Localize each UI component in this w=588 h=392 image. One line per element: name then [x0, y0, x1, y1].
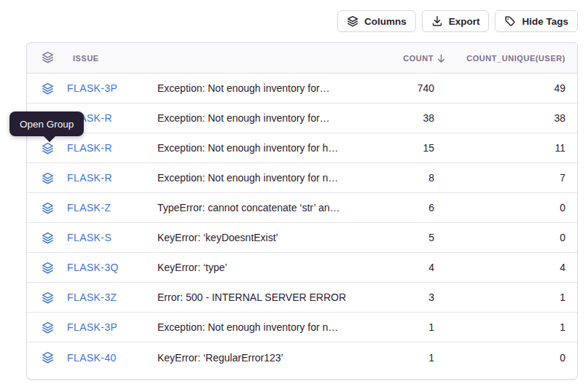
export-button-label: Export	[449, 16, 480, 27]
results-table: ISSUE COUNT COUNT_UNIQUE(USER) FLASK-3P …	[26, 42, 578, 380]
download-icon	[431, 15, 443, 27]
open-group-icon[interactable]	[42, 172, 54, 184]
hide-tags-button[interactable]: Hide Tags	[495, 10, 578, 32]
issue-title: Exception: Not enough inventory for n…	[157, 321, 358, 333]
column-header-count-unique[interactable]: COUNT_UNIQUE(USER)	[445, 54, 577, 63]
hide-tags-button-label: Hide Tags	[522, 16, 568, 27]
tag-icon	[504, 15, 516, 27]
open-group-icon[interactable]	[42, 142, 54, 154]
tooltip-caret-icon	[44, 136, 55, 142]
count-unique-value: 4	[445, 262, 577, 273]
stack-icon	[42, 51, 54, 65]
tooltip: Open Group	[9, 111, 84, 136]
export-button[interactable]: Export	[422, 10, 490, 32]
count-unique-value: 38	[445, 112, 577, 124]
count-unique-value: 0	[445, 202, 577, 213]
count-value: 5	[358, 232, 445, 243]
open-group-icon[interactable]	[42, 82, 54, 95]
issue-link[interactable]: FLASK-3P	[67, 82, 117, 94]
table-body: FLASK-3P Exception: Not enough inventory…	[27, 74, 577, 372]
table-row: FLASK-S KeyError: ‘keyDoesntExist’ 5 0	[27, 223, 577, 253]
column-header-count[interactable]: COUNT	[358, 53, 445, 63]
column-header-count-label: COUNT	[403, 54, 434, 63]
table-row: FLASK-3P Exception: Not enough inventory…	[27, 313, 577, 342]
issue-title: Exception: Not enough inventory for n…	[157, 172, 358, 184]
issue-link[interactable]: FLASK-S	[67, 232, 111, 243]
count-value: 740	[358, 82, 445, 94]
issue-title: Exception: Not enough inventory for…	[157, 82, 358, 94]
table-row: FLASK-3P Exception: Not enough inventory…	[27, 74, 577, 103]
stack-icon	[347, 15, 358, 27]
open-group-icon[interactable]	[42, 321, 54, 334]
issue-title: KeyError: ‘keyDoesntExist’	[157, 232, 358, 243]
sort-desc-icon	[437, 54, 445, 63]
table-row: FLASK-R Exception: Not enough inventory …	[27, 103, 577, 133]
open-group-icon[interactable]	[42, 291, 54, 304]
issue-title: Exception: Not enough inventory for…	[157, 112, 358, 124]
issue-title: Error: 500 - INTERNAL SERVER ERROR	[157, 291, 358, 303]
count-unique-value: 11	[445, 142, 577, 154]
column-header-issue[interactable]: ISSUE	[27, 51, 157, 65]
table-row: FLASK-R Exception: Not enough inventory …	[27, 163, 577, 193]
table-row: FLASK-40 KeyError: ‘RegularError123’ 1 0	[27, 342, 577, 372]
column-header-count-unique-label: COUNT_UNIQUE(USER)	[466, 54, 565, 63]
toolbar: Columns Export Hide Tags	[337, 10, 578, 32]
table-row: FLASK-3Q KeyError: ‘type’ 4 4	[27, 253, 577, 283]
issue-link[interactable]: FLASK-R	[67, 142, 112, 154]
issue-link[interactable]: FLASK-R	[67, 172, 112, 184]
issue-link[interactable]: FLASK-40	[67, 352, 117, 364]
issue-link[interactable]: FLASK-3Z	[67, 291, 117, 303]
issue-title: Exception: Not enough inventory for h…	[157, 142, 358, 154]
count-value: 1	[358, 352, 445, 364]
issue-link[interactable]: FLASK-3Q	[67, 262, 119, 273]
open-group-icon[interactable]	[42, 232, 54, 244]
table-row: FLASK-R Exception: Not enough inventory …	[27, 133, 577, 163]
open-group-icon[interactable]	[42, 202, 54, 214]
count-value: 38	[358, 112, 445, 124]
open-group-icon[interactable]	[42, 262, 54, 274]
column-header-issue-label: ISSUE	[73, 54, 99, 63]
tooltip-label: Open Group	[20, 119, 74, 130]
count-value: 8	[358, 172, 445, 184]
columns-button-label: Columns	[364, 16, 407, 27]
count-unique-value: 1	[445, 291, 577, 303]
count-unique-value: 0	[445, 352, 577, 364]
count-unique-value: 49	[445, 82, 577, 94]
count-value: 3	[358, 291, 445, 303]
count-unique-value: 7	[445, 172, 577, 184]
count-value: 1	[358, 321, 445, 333]
issue-title: KeyError: ‘RegularError123’	[157, 352, 358, 364]
table-header: ISSUE COUNT COUNT_UNIQUE(USER)	[27, 43, 577, 74]
count-value: 6	[358, 202, 445, 213]
table-row: FLASK-Z TypeError: cannot concatenate ‘s…	[27, 193, 577, 223]
count-value: 15	[358, 142, 445, 154]
count-unique-value: 1	[445, 321, 577, 333]
issue-title: KeyError: ‘type’	[157, 262, 358, 273]
issue-title: TypeError: cannot concatenate ‘str’ an…	[157, 202, 358, 213]
open-group-icon[interactable]	[42, 351, 54, 364]
columns-button[interactable]: Columns	[337, 10, 416, 32]
count-value: 4	[358, 262, 445, 273]
issue-link[interactable]: FLASK-Z	[67, 202, 111, 213]
table-row: FLASK-3Z Error: 500 - INTERNAL SERVER ER…	[27, 283, 577, 313]
issue-link[interactable]: FLASK-3P	[67, 321, 117, 333]
count-unique-value: 0	[445, 232, 577, 243]
